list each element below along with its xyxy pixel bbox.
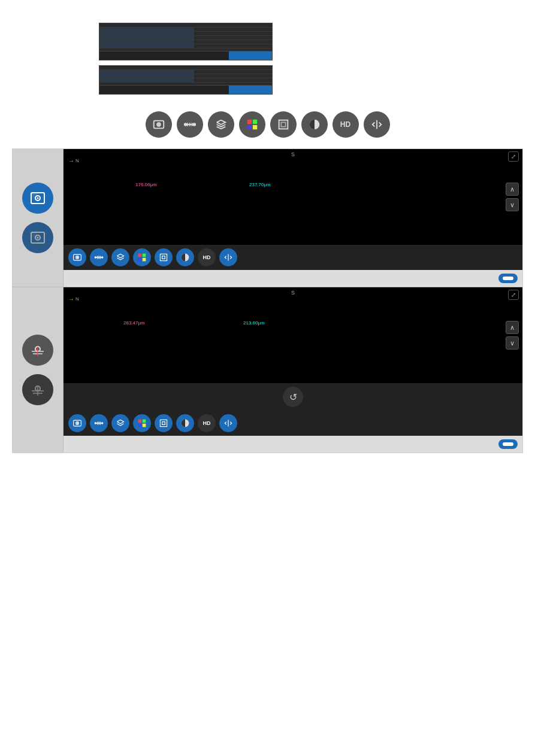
reload-button[interactable]: ↺ [283,387,303,407]
svg-rect-14 [281,122,285,126]
scan-tool-eye-2[interactable] [68,414,86,432]
scroll-indicator-2[interactable] [498,439,518,449]
hd-label: HD [340,120,350,129]
scan-mode-button-2b[interactable] [22,374,53,405]
tab-tmap-1[interactable] [99,51,143,60]
scan-label-s-2: S [291,290,295,296]
tab-chart-2[interactable] [143,86,186,94]
scan-nav-2: ∧ ∨ [506,321,519,350]
table-row [99,70,272,74]
tab-chart-1[interactable] [143,51,186,60]
nav-up-1[interactable]: ∧ [506,183,519,196]
row-value [194,32,272,36]
scan-mode-button-1b[interactable] [22,222,53,253]
svg-point-54 [95,423,96,424]
svg-rect-12 [252,125,256,129]
scan-mode-button-2a[interactable] [22,335,53,366]
scan-row-2: S → N ⤢ 283.47μm 213.60μm ∧ ∨ ↺ [13,287,522,453]
svg-rect-20 [31,193,37,198]
row-label [99,28,194,32]
svg-point-27 [77,257,78,258]
svg-rect-38 [160,254,167,260]
tab-tmap-2[interactable] [99,86,143,94]
row-label [99,44,194,48]
scan-section: S → N ⤢ 176.06μm 237.70μm ∧ ∨ [12,148,523,453]
tab-info-2[interactable] [229,86,272,94]
scan-toolbar-2b: HD [64,411,522,436]
row-label [99,32,194,36]
scan-sidebar-2 [13,287,64,453]
tab-info-1[interactable] [229,51,272,60]
svg-rect-62 [143,424,146,427]
table-row [99,32,272,36]
scan-sidebar-1 [13,149,64,287]
scan-tool-color-1[interactable] [133,248,151,266]
expand-button-2[interactable]: ⤢ [508,290,519,300]
tab-graph-1[interactable] [186,51,229,60]
panels-stack [99,23,273,95]
panel2 [99,65,273,95]
scan-tool-layers-1[interactable] [111,248,129,266]
svg-rect-35 [143,254,146,257]
scan-tool-contrast-1[interactable] [176,248,194,266]
scan-tool-hd-1[interactable]: HD [198,248,216,266]
svg-rect-60 [143,420,146,423]
nav-down-1[interactable]: ∨ [506,198,519,211]
square-button[interactable] [270,111,297,138]
scan-bottom-bar-2 [64,436,522,453]
table-row [99,28,272,32]
scan-tool-eye-1[interactable] [68,248,86,266]
table-row [99,36,272,40]
eye-scan-button[interactable] [146,111,172,138]
oct-image-2: S → N ⤢ 283.47μm 213.60μm ∧ ∨ [64,287,522,383]
scan-mode-button-1a[interactable] [22,183,53,214]
svg-point-55 [101,423,102,424]
row-value [194,36,272,40]
scan-toolbar-1: HD [64,245,522,270]
header [0,0,535,17]
row-value [194,78,272,83]
scan-tool-square-1[interactable] [155,248,173,266]
scan-row-1: S → N ⤢ 176.06μm 237.70μm ∧ ∨ [13,149,522,287]
panel2-tab-bar [99,85,272,94]
scan-label-s-1: S [291,151,295,157]
svg-rect-61 [138,424,142,427]
svg-rect-37 [143,258,146,262]
panel1 [99,23,273,60]
scan-tool-split-1[interactable] [219,248,237,266]
scan-tool-layers-2[interactable] [111,414,129,432]
scroll-indicator-1[interactable] [498,274,518,283]
svg-rect-36 [138,258,142,262]
tab-graph-2[interactable] [186,86,229,94]
layers-button[interactable] [208,111,234,138]
scan-tool-contrast-2[interactable] [176,414,194,432]
split-button[interactable] [364,111,390,138]
scan-main-1: S → N ⤢ 176.06μm 237.70μm ∧ ∨ [64,149,522,287]
row-value [194,74,272,78]
row-value [194,70,272,74]
svg-rect-9 [247,120,251,124]
scan-tool-ruler-2[interactable] [90,414,108,432]
expand-button-1[interactable]: ⤢ [508,151,519,162]
color-button[interactable] [239,111,265,138]
svg-point-29 [95,257,96,258]
nav-up-2[interactable]: ∧ [506,321,519,334]
row-value [194,28,272,32]
scan-tool-split-2[interactable] [219,414,237,432]
ruler-button[interactable] [177,111,203,138]
top-panels-section [0,17,535,101]
summary-table-1 [99,23,272,48]
scan-tool-color-2[interactable] [133,414,151,432]
svg-rect-64 [162,422,165,425]
svg-point-30 [101,257,102,258]
scan-tool-square-2[interactable] [155,414,173,432]
contrast-button[interactable] [301,111,328,138]
nav-down-2[interactable]: ∨ [506,336,519,350]
table-row [99,78,272,83]
scan-tool-ruler-1[interactable] [90,248,108,266]
row-label [99,70,194,74]
scan-tool-hd-2[interactable]: HD [198,414,216,432]
svg-point-4 [184,123,186,126]
table-row [99,44,272,48]
hd-button[interactable]: HD [333,111,359,138]
